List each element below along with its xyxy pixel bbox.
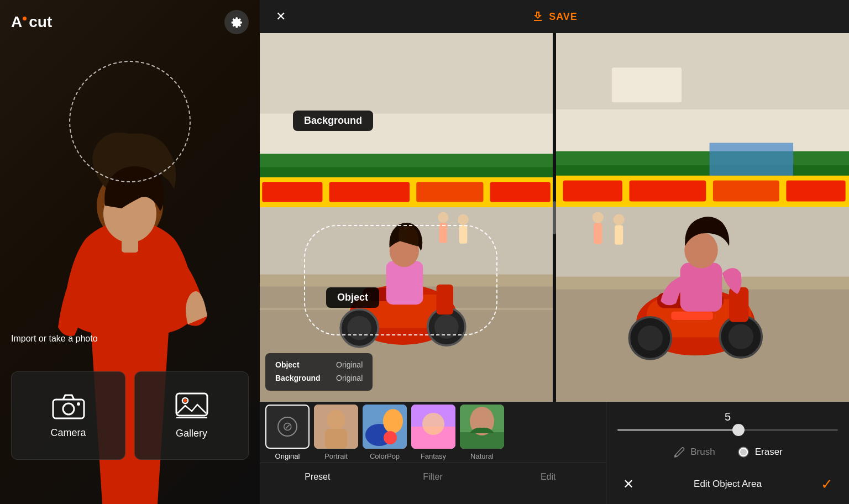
editor-right [556, 33, 849, 402]
canvas-area: Background Object Object Original Backgr… [260, 33, 849, 402]
svg-point-79 [327, 410, 345, 430]
filter-original-thumb: ⊘ [265, 405, 310, 449]
svg-rect-50 [612, 67, 682, 102]
tab-preset[interactable]: Preset [260, 463, 375, 490]
colorpop-preview [363, 405, 407, 449]
svg-rect-62 [594, 223, 602, 244]
svg-rect-19 [490, 182, 551, 202]
slider-section: 5 [617, 411, 838, 431]
filter-original-label: Original [275, 452, 300, 460]
logo-letter-a: A [11, 13, 22, 31]
svg-point-23 [458, 214, 468, 224]
save-button[interactable]: SAVE [531, 10, 578, 23]
close-button[interactable]: ✕ [271, 7, 291, 27]
eraser-button[interactable]: Eraser [737, 446, 783, 458]
bottom-tabs: Preset Filter Edit [260, 463, 606, 490]
svg-point-21 [438, 212, 448, 223]
slider-thumb[interactable] [732, 424, 745, 436]
filter-natural-item[interactable]: Natural [460, 405, 504, 460]
svg-point-4 [63, 403, 74, 414]
gallery-label: Gallery [176, 428, 207, 439]
gallery-icon [175, 392, 208, 420]
svg-rect-49 [556, 33, 849, 109]
cancel-edit-button[interactable]: ✕ [617, 473, 640, 495]
svg-rect-73 [729, 287, 748, 322]
slider-fill [617, 429, 738, 431]
filter-colorpop-item[interactable]: ColorPop [363, 405, 407, 460]
save-label: SAVE [549, 11, 578, 23]
bottom-main: ⊘ Original Portrait [260, 402, 849, 504]
header: ✕ SAVE [260, 0, 849, 33]
fantasy-preview [411, 405, 455, 449]
gallery-button[interactable]: Gallery [134, 371, 249, 460]
bottom-right-controls: 5 Brush [606, 402, 849, 504]
brush-label: Brush [690, 447, 715, 458]
svg-point-87 [422, 413, 444, 435]
selection-outline [304, 225, 497, 335]
left-panel: A cut Import or take a photo Camera [0, 0, 260, 504]
slider-track[interactable] [617, 429, 838, 431]
svg-rect-64 [615, 225, 623, 244]
svg-point-70 [638, 326, 663, 350]
logo-word-cut: cut [29, 13, 52, 31]
filter-row: ⊘ Original Portrait [260, 402, 606, 463]
background-info-row: Background Original [275, 372, 363, 385]
svg-rect-53 [556, 165, 849, 176]
background-val: Original [336, 372, 363, 385]
logo-dot [23, 17, 27, 20]
info-panel: Object Original Background Original [265, 353, 373, 391]
svg-point-5 [77, 402, 80, 406]
selection-circle [69, 61, 191, 182]
confirm-edit-button[interactable]: ✓ [816, 473, 838, 495]
bottom-action-row: ✕ Edit Object Area ✓ [617, 473, 838, 495]
edit-object-area-label: Edit Object Area [694, 479, 762, 490]
filter-fantasy-thumb [411, 405, 455, 449]
camera-icon [52, 393, 85, 419]
filter-fantasy-item[interactable]: Fantasy [411, 405, 455, 460]
filter-fantasy-label: Fantasy [421, 452, 446, 460]
svg-rect-76 [680, 263, 722, 312]
filter-original-item[interactable]: ⊘ Original [265, 405, 310, 460]
main-area: ✕ SAVE [260, 0, 849, 504]
eraser-label: Eraser [755, 447, 783, 458]
svg-point-91 [674, 455, 677, 457]
filter-portrait-thumb [314, 405, 358, 449]
svg-rect-56 [563, 181, 622, 202]
no-filter-icon: ⊘ [277, 417, 297, 437]
settings-button[interactable] [224, 10, 249, 34]
svg-rect-14 [260, 167, 553, 177]
filter-portrait-label: Portrait [324, 452, 348, 460]
object-key: Object [275, 359, 325, 372]
filter-portrait-item[interactable]: Portrait [314, 405, 358, 460]
gear-icon [230, 16, 243, 28]
svg-point-84 [384, 431, 397, 444]
street-scene-left [260, 33, 553, 402]
svg-rect-75 [671, 312, 713, 320]
camera-button[interactable]: Camera [11, 371, 125, 460]
brush-icon [673, 446, 685, 458]
svg-point-83 [383, 409, 403, 433]
brush-eraser-row: Brush Eraser [617, 446, 838, 458]
svg-rect-16 [262, 182, 322, 202]
svg-rect-58 [713, 181, 779, 202]
brush-button[interactable]: Brush [673, 446, 715, 458]
street-scene-right [556, 33, 849, 402]
svg-rect-18 [416, 182, 483, 202]
background-key: Background [275, 372, 325, 385]
tab-edit[interactable]: Edit [490, 463, 606, 490]
svg-point-93 [740, 449, 747, 455]
bottom-left: ⊘ Original Portrait [260, 402, 606, 504]
svg-rect-54 [710, 143, 793, 177]
camera-label: Camera [50, 427, 86, 439]
portrait-preview [314, 405, 358, 449]
import-text: Import or take a photo [11, 334, 98, 344]
object-val: Original [336, 359, 363, 372]
svg-rect-11 [260, 33, 553, 114]
tab-filter[interactable]: Filter [375, 463, 491, 490]
svg-rect-6 [176, 393, 207, 416]
slider-value: 5 [617, 411, 838, 423]
natural-preview [460, 405, 504, 449]
save-download-icon [531, 10, 544, 23]
filter-colorpop-thumb [363, 405, 407, 449]
action-buttons: Camera Gallery [11, 371, 249, 460]
